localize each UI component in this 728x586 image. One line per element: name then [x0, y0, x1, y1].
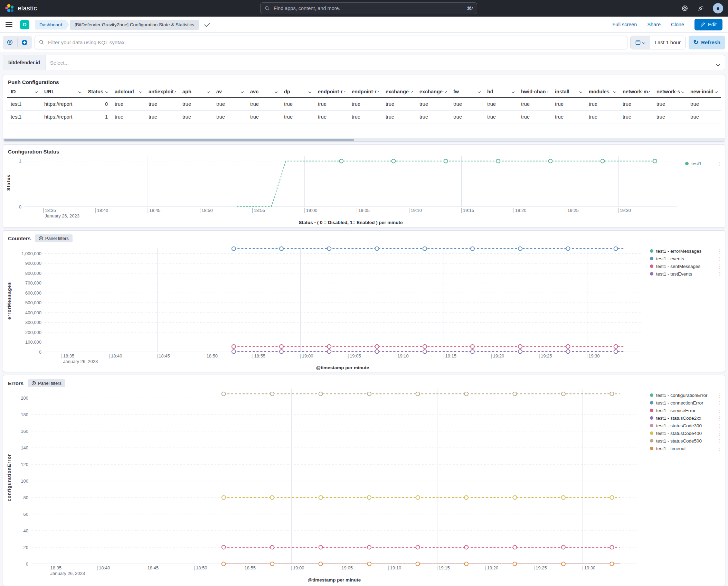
column-header-hd[interactable]: hd	[484, 86, 518, 97]
horizontal-scrollbar[interactable]	[3, 138, 725, 141]
sort-chevron-icon[interactable]	[512, 90, 514, 93]
sort-chevron-icon[interactable]	[207, 90, 210, 93]
column-header-av[interactable]: av	[213, 86, 247, 97]
legend-label[interactable]: test1 - testEvents	[656, 271, 715, 277]
legend-menu-icon[interactable]: ⋮	[717, 256, 722, 261]
chevron-down-icon[interactable]	[716, 62, 720, 66]
column-header-adcloud[interactable]: adcloud	[111, 86, 145, 97]
legend-menu-icon[interactable]: ⋮	[717, 423, 722, 428]
legend-item[interactable]: test1 - timeout⋮	[650, 445, 722, 452]
legend-label[interactable]: test1 - statusCode2xx	[656, 416, 715, 421]
configuration-status-chart[interactable]: 0118:35January 26, 202318:4018:4518:5018…	[3, 155, 725, 228]
sort-chevron-icon[interactable]	[105, 90, 108, 93]
sort-chevron-icon[interactable]	[78, 90, 81, 93]
global-search-input[interactable]	[273, 5, 464, 11]
legend-menu-icon[interactable]: ⋮	[717, 446, 722, 451]
panel-filters-badge[interactable]: Panel filters	[28, 379, 65, 387]
column-header-URL[interactable]: URL	[41, 86, 84, 97]
add-filter-button[interactable]	[18, 36, 32, 49]
legend-label[interactable]: test1 - statusCode400	[656, 431, 715, 436]
sort-chevron-icon[interactable]	[579, 90, 582, 93]
legend-label[interactable]: test1 - serviceError	[656, 408, 715, 413]
legend-label[interactable]: test1 - sentMessages	[656, 264, 715, 269]
column-header-endpoint-r[interactable]: endpoint-r	[348, 86, 382, 97]
refresh-button[interactable]: ↻ Refresh	[689, 36, 725, 49]
column-header-install[interactable]: install	[551, 86, 585, 97]
sort-chevron-icon[interactable]	[681, 90, 684, 93]
legend-item[interactable]: test1 - statusCode300⋮	[650, 422, 722, 429]
column-header-Status[interactable]: Status	[84, 86, 111, 97]
legend-menu-icon[interactable]: ⋮	[717, 264, 722, 269]
time-range-value[interactable]: Last 1 hour	[650, 36, 686, 49]
news-feed-icon[interactable]	[697, 4, 705, 12]
sort-chevron-icon[interactable]	[309, 90, 311, 93]
legend-label[interactable]: test1 - configurationError	[656, 393, 715, 398]
filter-icon[interactable]	[3, 36, 17, 49]
legend-label[interactable]: test1 - statusCode300	[656, 423, 715, 428]
legend-menu-icon[interactable]: ⋮	[717, 400, 722, 406]
column-header-ID[interactable]: ID	[7, 86, 41, 97]
panel-filters-badge[interactable]: Panel filters	[35, 234, 73, 242]
legend-label[interactable]: test1	[691, 161, 715, 166]
sort-chevron-icon[interactable]	[174, 91, 176, 92]
sort-chevron-icon[interactable]	[478, 90, 481, 93]
sort-chevron-icon[interactable]	[445, 91, 447, 93]
breadcrumb-dashboard[interactable]: Dashboard	[35, 20, 69, 30]
scrollbar-thumb[interactable]	[4, 139, 354, 141]
legend-label[interactable]: test1 - timeout	[656, 446, 715, 451]
elastic-logo[interactable]: elastic	[5, 3, 37, 13]
legend-label[interactable]: test1 - connectionError	[656, 400, 715, 406]
sort-chevron-icon[interactable]	[343, 91, 346, 93]
menu-icon[interactable]	[6, 22, 12, 27]
column-header-hwid-chan[interactable]: hwid-chan	[518, 86, 551, 97]
column-header-avc[interactable]: avc	[247, 86, 281, 97]
share-button[interactable]: Share	[647, 22, 661, 27]
legend-item[interactable]: test1 - sentMessages⋮	[650, 262, 722, 270]
sort-chevron-icon[interactable]	[241, 90, 244, 93]
column-header-endpoint-r[interactable]: endpoint-r	[314, 86, 348, 97]
clone-button[interactable]: Clone	[671, 22, 684, 27]
legend-item[interactable]: test1 - errorMessages⋮	[650, 247, 722, 255]
table-row[interactable]: test1https://report0truetruetruetruetrue…	[7, 98, 721, 111]
legend-menu-icon[interactable]: ⋮	[717, 408, 722, 413]
column-header-exchange-[interactable]: exchange-	[382, 86, 416, 97]
help-icon[interactable]	[681, 4, 689, 12]
legend-item[interactable]: test1⋮	[685, 160, 722, 167]
column-header-antiexploit[interactable]: antiexploit	[145, 86, 179, 97]
legend-menu-icon[interactable]: ⋮	[717, 416, 722, 421]
column-header-new-incid[interactable]: new-incid	[687, 86, 721, 97]
sort-chevron-icon[interactable]	[35, 90, 38, 93]
legend-item[interactable]: test1 - connectionError⋮	[650, 399, 722, 407]
legend-menu-icon[interactable]: ⋮	[717, 438, 722, 444]
check-icon[interactable]	[204, 21, 210, 27]
legend-item[interactable]: test1 - testEvents⋮	[650, 270, 722, 278]
column-header-modules[interactable]: modules	[585, 86, 619, 97]
column-header-fw[interactable]: fw	[450, 86, 484, 97]
legend-label[interactable]: test1 - events	[656, 256, 715, 261]
calendar-button[interactable]	[631, 36, 650, 49]
full-screen-button[interactable]: Full screen	[612, 22, 637, 27]
legend-item[interactable]: test1 - statusCode2xx⋮	[650, 414, 722, 422]
legend-item[interactable]: test1 - serviceError⋮	[650, 407, 722, 414]
table-row[interactable]: test1https://report1truetruetruetruetrue…	[7, 111, 721, 123]
legend-menu-icon[interactable]: ⋮	[717, 431, 722, 436]
legend-menu-icon[interactable]: ⋮	[717, 393, 722, 398]
column-header-network-s[interactable]: network-s	[653, 86, 687, 97]
dashboard-app-icon[interactable]: D	[20, 20, 29, 29]
global-search[interactable]: ⌘/	[260, 2, 477, 14]
sort-chevron-icon[interactable]	[139, 90, 142, 93]
sort-chevron-icon[interactable]	[275, 90, 277, 93]
kql-input[interactable]	[47, 39, 623, 46]
legend-item[interactable]: test1 - events⋮	[650, 255, 722, 262]
sort-chevron-icon[interactable]	[649, 91, 650, 93]
legend-item[interactable]: test1 - configurationError⋮	[650, 391, 722, 399]
column-header-exchange-[interactable]: exchange-	[416, 86, 450, 97]
legend-item[interactable]: test1 - statusCode500⋮	[650, 437, 722, 445]
sort-chevron-icon[interactable]	[377, 91, 379, 93]
sort-chevron-icon[interactable]	[547, 91, 549, 93]
column-header-dp[interactable]: dp	[281, 86, 314, 97]
legend-label[interactable]: test1 - errorMessages	[656, 249, 715, 254]
counters-chart[interactable]: 0100,000200,000300,000400,000500,000600,…	[3, 243, 725, 372]
legend-item[interactable]: test1 - statusCode400⋮	[650, 429, 722, 437]
legend-label[interactable]: test1 - statusCode500	[656, 438, 715, 444]
